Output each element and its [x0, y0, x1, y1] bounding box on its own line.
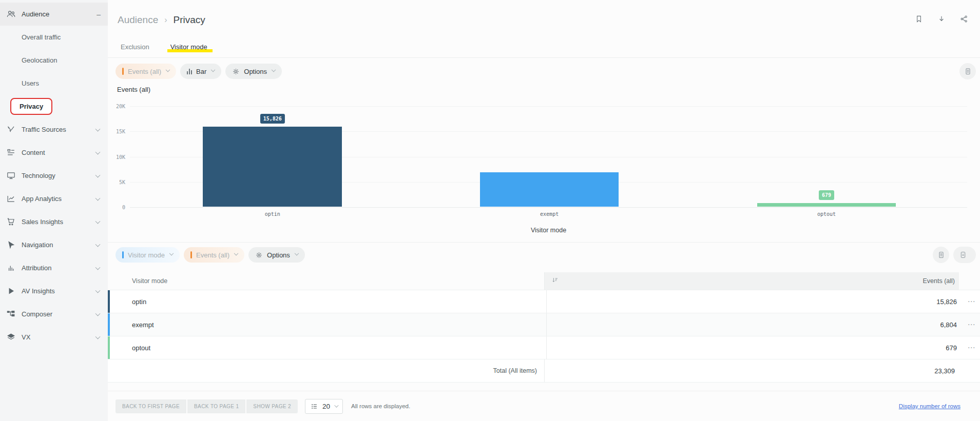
- sidebar-item-technology[interactable]: Technology: [0, 164, 108, 187]
- row-menu-icon[interactable]: ⋯: [968, 320, 976, 329]
- flow-nodes-icon: [6, 309, 16, 319]
- metric-chip[interactable]: Events (all): [184, 247, 244, 263]
- export-button[interactable]: [953, 247, 976, 263]
- y-tick: 20K: [108, 104, 125, 109]
- metric-chip[interactable]: Events (all): [116, 64, 176, 79]
- line-chart-icon: [6, 194, 16, 204]
- chart-type-chip[interactable]: Bar: [180, 64, 221, 79]
- data-table: Visitor mode Events (all) optin 15,826 ⋯…: [108, 272, 980, 383]
- chevron-down-icon: [95, 126, 101, 131]
- report-doc-button[interactable]: [933, 247, 949, 263]
- layers-icon: [6, 332, 16, 342]
- orange-accent-bar: [190, 251, 192, 258]
- table-row[interactable]: optin 15,826 ⋯: [108, 290, 980, 313]
- gear-icon: [232, 68, 240, 75]
- chevron-down-icon: [95, 172, 101, 177]
- privacy-annotation-box: Privacy: [10, 98, 52, 115]
- sidebar-item-audience[interactable]: Audience –: [0, 3, 108, 26]
- bar-optin[interactable]: [203, 127, 342, 207]
- chart-options-chip[interactable]: Options: [225, 64, 282, 79]
- chevron-down-icon: [95, 218, 101, 224]
- sidebar-item-label: Audience: [22, 10, 49, 18]
- sidebar-item-vx[interactable]: VX: [0, 326, 108, 349]
- bar-chart: 20K 15K 10K 5K 0 15,826 679: [130, 106, 967, 207]
- row-menu-icon[interactable]: ⋯: [968, 297, 976, 306]
- table-row[interactable]: exempt 6,804 ⋯: [108, 313, 980, 336]
- sidebar-item-sales-insights[interactable]: Sales Insights: [0, 210, 108, 233]
- collapse-minus-icon[interactable]: –: [97, 10, 101, 18]
- share-icon[interactable]: [959, 14, 969, 26]
- page-header: Audience › Privacy Exclusion Visitor mod…: [108, 0, 980, 58]
- cursor-icon: [6, 240, 16, 250]
- chevron-down-icon: [95, 242, 101, 247]
- row-menu-icon[interactable]: ⋯: [968, 343, 976, 352]
- sidebar-item-av-insights[interactable]: AV Insights: [0, 279, 108, 303]
- list-icon: [311, 403, 318, 410]
- blue-accent-bar: [122, 251, 124, 258]
- sidebar-item-traffic-sources[interactable]: Traffic Sources: [0, 118, 108, 141]
- value-badge-optout: 679: [819, 190, 834, 200]
- sidebar-item-content[interactable]: Content: [0, 141, 108, 164]
- pagination-bar: BACK TO FIRST PAGE BACK TO PAGE 1 SHOW P…: [108, 391, 980, 421]
- sidebar-item-composer[interactable]: Composer: [0, 303, 108, 326]
- chevron-down-icon: [95, 265, 101, 270]
- chevron-down-icon: [95, 195, 101, 201]
- cart-icon: [6, 217, 16, 227]
- sidebar-item-users[interactable]: Users: [0, 72, 108, 95]
- orange-accent-bar: [122, 68, 124, 75]
- chart-title: Events (all): [117, 86, 980, 94]
- play-icon: [6, 286, 16, 296]
- main-content: Audience › Privacy Exclusion Visitor mod…: [108, 0, 980, 421]
- table-options-chip[interactable]: Options: [248, 247, 305, 263]
- x-axis-labels: optin exempt optout: [130, 211, 967, 218]
- x-tick-exempt: exempt: [540, 211, 559, 217]
- back-to-page-1-button[interactable]: BACK TO PAGE 1: [187, 399, 245, 413]
- chevron-down-icon: [211, 68, 215, 72]
- table-total-row: Total (All items) 23,309: [108, 359, 980, 383]
- breadcrumb-audience[interactable]: Audience: [118, 14, 158, 26]
- download-icon[interactable]: [937, 14, 946, 26]
- sidebar: Audience – Overall traffic Geolocation U…: [0, 0, 108, 421]
- report-doc-button[interactable]: [959, 63, 976, 79]
- y-tick: 10K: [108, 154, 125, 159]
- chevron-down-icon: [166, 68, 170, 72]
- chevron-down-icon: [295, 251, 299, 255]
- tab-visitor-mode[interactable]: Visitor mode: [170, 43, 207, 51]
- table-row[interactable]: optout 679 ⋯: [108, 336, 980, 359]
- chevron-down-icon: [272, 68, 276, 72]
- sort-descending-icon[interactable]: [551, 276, 559, 286]
- column-header-metric[interactable]: Events (all): [923, 277, 959, 285]
- header-actions: [914, 14, 969, 26]
- total-label: Total (All items): [108, 359, 544, 382]
- bar-exempt[interactable]: [480, 172, 619, 207]
- y-tick: 5K: [108, 179, 125, 185]
- sidebar-item-navigation[interactable]: Navigation: [0, 233, 108, 256]
- chevron-down-icon: [95, 334, 101, 339]
- display-number-of-rows-link[interactable]: Display number of rows: [899, 403, 960, 409]
- y-tick: 15K: [108, 129, 125, 134]
- back-to-first-page-button[interactable]: BACK TO FIRST PAGE: [116, 399, 186, 413]
- bookmark-icon[interactable]: [914, 14, 924, 26]
- value-badge-optin: 15,826: [260, 114, 285, 124]
- bar-optout[interactable]: [757, 203, 896, 207]
- tab-bar: Exclusion Visitor mode: [121, 43, 207, 51]
- breadcrumb-separator: ›: [164, 15, 167, 25]
- sidebar-item-app-analytics[interactable]: App Analytics: [0, 187, 108, 210]
- x-tick-optin: optin: [265, 211, 280, 217]
- export-file-icon: [959, 251, 967, 259]
- y-tick: 0: [108, 205, 125, 210]
- tab-exclusion[interactable]: Exclusion: [121, 43, 149, 51]
- column-header-dimension[interactable]: Visitor mode: [108, 272, 544, 290]
- page-title: Privacy: [174, 14, 205, 26]
- sidebar-item-privacy[interactable]: Privacy: [0, 95, 108, 118]
- sidebar-item-overall-traffic[interactable]: Overall traffic: [0, 26, 108, 49]
- page-size-select[interactable]: 20: [305, 399, 343, 414]
- gear-icon: [255, 251, 263, 259]
- table-toolbar: Visitor mode Events (all) Options: [108, 243, 980, 267]
- sidebar-item-geolocation[interactable]: Geolocation: [0, 49, 108, 72]
- breadcrumb: Audience › Privacy: [118, 14, 205, 26]
- bar-chart-icon: [187, 69, 192, 74]
- sidebar-item-attribution[interactable]: Attribution: [0, 256, 108, 279]
- show-page-2-button[interactable]: SHOW PAGE 2: [246, 399, 298, 413]
- dimension-chip[interactable]: Visitor mode: [116, 247, 180, 263]
